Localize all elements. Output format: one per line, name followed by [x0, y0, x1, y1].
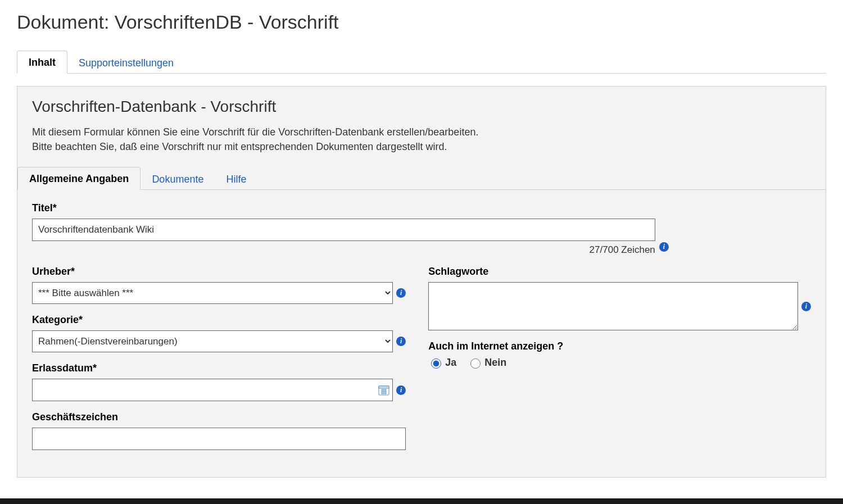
titel-char-counter: 27/700 Zeichen: [590, 244, 655, 256]
radio-ja-wrap[interactable]: Ja: [428, 357, 456, 369]
page-title: Dokument: VorschriftenDB - Vorschrift: [17, 11, 826, 33]
radio-ja[interactable]: [431, 358, 441, 369]
tab-dokumente[interactable]: Dokumente: [140, 168, 215, 190]
field-internet-anzeigen: Auch im Internet anzeigen ? Ja Nein: [428, 340, 811, 369]
titel-input[interactable]: [32, 219, 655, 241]
radio-nein[interactable]: [470, 358, 481, 369]
calendar-icon[interactable]: [378, 384, 389, 396]
info-icon[interactable]: i: [396, 385, 406, 395]
field-schlagworte: Schlagworte i: [428, 266, 811, 330]
info-icon[interactable]: i: [396, 337, 406, 346]
erlassdatum-label: Erlassdatum*: [32, 362, 406, 374]
info-icon[interactable]: i: [659, 242, 669, 252]
radio-ja-label: Ja: [445, 357, 456, 369]
info-icon[interactable]: i: [801, 302, 811, 311]
radio-nein-label: Nein: [484, 357, 506, 369]
field-erlassdatum: Erlassdatum*: [32, 362, 406, 401]
tab-inhalt[interactable]: Inhalt: [17, 51, 67, 74]
panel-desc-line2: Bitte beachten Sie, daß eine Vorschrift …: [32, 141, 447, 152]
radio-nein-wrap[interactable]: Nein: [468, 357, 506, 369]
field-geschaeftszeichen: Geschäftszeichen: [32, 411, 406, 450]
geschaeftszeichen-input[interactable]: [32, 428, 406, 450]
inner-tabs: Allgemeine Angaben Dokumente Hilfe: [17, 166, 826, 190]
urheber-label: Urheber*: [32, 266, 406, 278]
titel-label: Titel*: [32, 202, 811, 214]
tab-hilfe[interactable]: Hilfe: [215, 168, 257, 190]
urheber-select[interactable]: *** Bitte auswählen ***: [32, 282, 393, 304]
info-icon[interactable]: i: [396, 288, 406, 298]
panel-description: Mit diesem Formular können Sie eine Vors…: [32, 125, 811, 154]
kategorie-select[interactable]: Rahmen(-Dienstvereinbarungen): [32, 330, 393, 352]
field-kategorie: Kategorie* Rahmen(-Dienstvereinbarungen)…: [32, 314, 406, 352]
tab-supporteinstellungen[interactable]: Supporteinstellungen: [67, 52, 185, 74]
schlagworte-label: Schlagworte: [428, 266, 811, 278]
main-tabs: Inhalt Supporteinstellungen: [17, 50, 826, 74]
content-panel: Vorschriften-Datenbank - Vorschrift Mit …: [17, 86, 826, 478]
geschaeftszeichen-label: Geschäftszeichen: [32, 411, 406, 423]
erlassdatum-input[interactable]: [32, 379, 393, 401]
panel-title: Vorschriften-Datenbank - Vorschrift: [32, 98, 811, 116]
field-urheber: Urheber* *** Bitte auswählen *** i: [32, 266, 406, 304]
schlagworte-textarea[interactable]: [428, 282, 798, 330]
svg-rect-1: [379, 386, 389, 388]
kategorie-label: Kategorie*: [32, 314, 406, 326]
field-titel: Titel* 27/700 Zeichen i: [32, 202, 811, 256]
internet-label: Auch im Internet anzeigen ?: [428, 340, 811, 352]
panel-desc-line1: Mit diesem Formular können Sie eine Vors…: [32, 126, 478, 138]
tab-allgemeine-angaben[interactable]: Allgemeine Angaben: [17, 167, 140, 190]
